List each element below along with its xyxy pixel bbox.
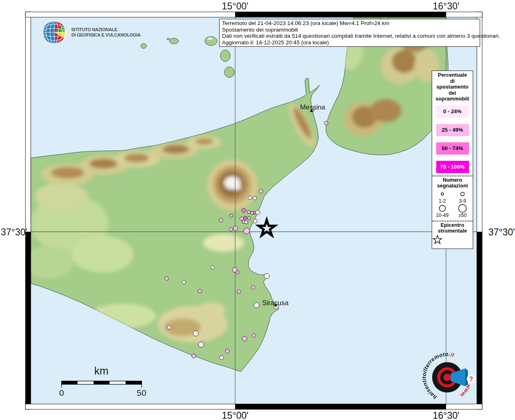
felt-report-circle	[247, 210, 250, 214]
felt-report-circle	[253, 219, 257, 223]
legend-size-item: 1-2	[432, 189, 453, 204]
watermark-tld: .it	[449, 351, 455, 358]
felt-report-circle	[165, 277, 169, 281]
scalebar-start: 0	[59, 388, 64, 398]
felt-report-circle	[264, 274, 270, 279]
legend-divider	[433, 221, 472, 221]
legend-swatches: 0 - 24%25 - 49%50 - 74%75 - 100%	[432, 105, 473, 173]
event-effect: Spostamento dei soprammobili	[222, 27, 477, 33]
event-title: Terremoto del 21-04-2023 14:06:23 (ora l…	[222, 20, 477, 27]
felt-report-circle	[229, 228, 233, 231]
felt-report-circle	[240, 217, 244, 221]
axis-label-right: 37°30'	[488, 227, 515, 238]
axis-label-left: 37°30'	[1, 227, 26, 238]
legend-size-label: 3-9	[453, 199, 473, 204]
legend-size-item: 10-49	[432, 204, 453, 218]
felt-report-circle	[192, 354, 196, 358]
axis-label-bottom-left: 15°00'	[222, 410, 249, 420]
legend-divider	[433, 176, 472, 176]
felt-report-circle	[230, 214, 233, 217]
question-mark: ?	[469, 376, 473, 383]
event-datasource: Dati non verificati estratti da 514 ques…	[222, 33, 477, 39]
scalebar-end: 50	[137, 388, 146, 398]
felt-report-circle	[167, 326, 171, 329]
felt-report-circle	[193, 331, 199, 336]
ingv-logo: ISTITUTO NAZIONALE DI GEOFISICA E VULCAN…	[41, 19, 141, 46]
count-circle-icon	[461, 192, 465, 196]
axis-label-top-left: 15°00'	[222, 1, 249, 12]
legend: Percentuale di spostamento dei soprammob…	[432, 71, 473, 249]
felt-report-circle	[220, 356, 224, 360]
epicenter-star-icon	[432, 235, 443, 245]
legend-swatch: 0 - 24%	[436, 105, 469, 118]
felt-report-circle	[254, 303, 259, 308]
felt-report-circle	[225, 349, 229, 353]
ingv-globe-icon	[41, 19, 67, 46]
haisentitoilterremoto-logo: ? haisentitoilterremoto.it www.	[420, 348, 481, 409]
axis-label-bottom-right: 16°30'	[433, 410, 460, 420]
ingv-name-line2: DI GEOFISICA E VULCANOLOGIA	[71, 32, 141, 38]
felt-report-circle	[244, 216, 247, 219]
felt-report-circle	[245, 221, 248, 224]
legend-counts-title: Numero segnalazioni	[432, 177, 473, 189]
count-circle-icon	[441, 193, 444, 195]
legend-sizes: 1-23-910-49≥50	[432, 189, 473, 218]
legend-size-label: 1-2	[432, 199, 453, 204]
event-updated: Aggiornato il: 14-12-2025 20:45 (ora loc…	[222, 39, 477, 46]
axis-label-top-right: 16°30'	[433, 1, 460, 12]
felt-report-circle	[259, 189, 263, 193]
felt-report-circle	[252, 334, 256, 338]
count-circle-icon	[459, 204, 467, 212]
felt-report-circle	[244, 228, 250, 234]
felt-report-circle	[182, 281, 186, 284]
felt-report-circle	[198, 290, 202, 293]
event-info-box: Terremoto del 21-04-2023 14:06:23 (ora l…	[219, 19, 480, 47]
felt-report-circle	[252, 286, 255, 290]
legend-size-item: ≥50	[453, 204, 473, 218]
felt-report-circle	[248, 196, 252, 200]
felt-report-circle	[242, 336, 247, 341]
legend-epicenter-title: Epicentro strumentale	[432, 222, 473, 234]
legend-size-item: 3-9	[453, 189, 473, 204]
city-label: Messina	[300, 103, 325, 111]
felt-report-circle	[256, 210, 260, 215]
ingv-name-line1: ISTITUTO NAZIONALE	[71, 27, 141, 33]
felt-report-circle	[325, 121, 328, 125]
felt-report-circle	[211, 266, 215, 269]
scalebar-unit: km	[94, 365, 109, 377]
felt-report-circle	[253, 196, 257, 200]
legend-size-label: ≥50	[453, 213, 473, 218]
count-circle-icon	[439, 205, 445, 211]
legend-title: Percentuale di spostamento dei soprammob…	[432, 71, 473, 102]
legend-swatch: 50 - 74%	[436, 142, 469, 155]
felt-report-circle	[237, 290, 241, 294]
macroseismic-map-page: 15°00' 16°30' 15°00' 16°30' 37°30' 37°30…	[0, 0, 515, 420]
felt-report-circle	[236, 271, 239, 274]
city-label: Siracusa	[262, 299, 288, 307]
felt-report-circle	[220, 219, 223, 222]
felt-report-circle	[247, 217, 251, 220]
felt-report-circle	[242, 208, 246, 212]
legend-size-label: 10-49	[432, 213, 453, 218]
felt-report-circle	[233, 226, 238, 231]
felt-report-circle	[199, 342, 204, 347]
legend-swatch: 75 - 100%	[436, 161, 469, 173]
legend-swatch: 25 - 49%	[436, 124, 469, 136]
